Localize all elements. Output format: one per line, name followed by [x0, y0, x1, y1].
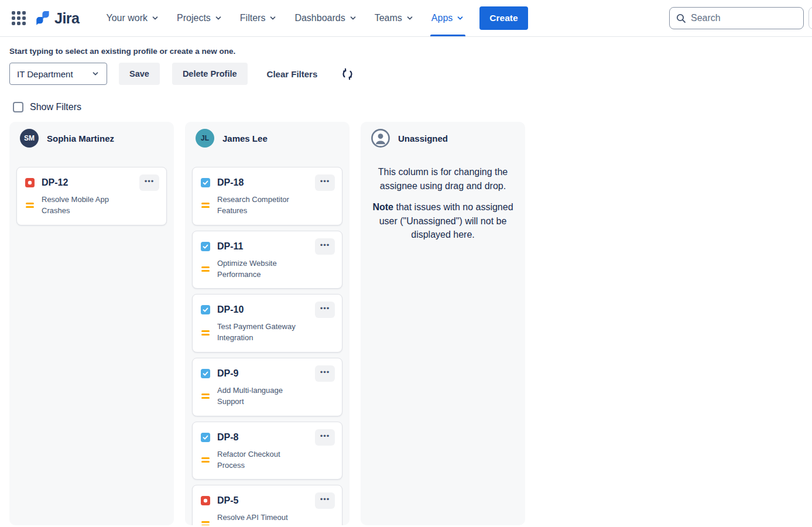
issue-key: DP-10	[217, 304, 308, 315]
task-icon	[201, 178, 210, 187]
issue-key: DP-9	[217, 368, 308, 379]
issue-summary: Refactor Checkout Process	[217, 449, 308, 471]
priority-medium-icon	[201, 330, 210, 336]
issue-card-dp-5[interactable]: DP-5 ••• Resolve API Timeout Errors	[192, 485, 342, 525]
issue-summary: Resolve Mobile App Crashes	[42, 194, 132, 217]
bug-icon	[25, 178, 35, 187]
priority-medium-icon	[201, 203, 210, 208]
column-name: James Lee	[222, 134, 268, 143]
search-box[interactable]	[669, 7, 804, 29]
issue-card-dp-8[interactable]: DP-8 ••• Refactor Checkout Process	[192, 422, 342, 480]
profile-hint-text: Start typing to select an existing profi…	[9, 47, 803, 56]
cut-off-control	[808, 7, 812, 29]
chevron-down-icon	[349, 14, 357, 22]
nav-item-dashboards[interactable]: Dashboards	[287, 0, 364, 36]
jira-logo[interactable]: Jira	[35, 10, 79, 27]
priority-medium-icon	[201, 521, 210, 525]
bug-icon	[201, 496, 210, 505]
jira-logo-icon	[35, 11, 51, 26]
issue-summary: Resolve API Timeout Errors	[217, 512, 308, 525]
info-line-2: Note that issues with no assigned user (…	[372, 200, 513, 242]
column-name: Sophia Martinez	[47, 134, 114, 143]
show-filters-checkbox[interactable]	[13, 102, 23, 112]
task-icon	[201, 433, 210, 442]
column-header: Unassigned	[368, 129, 518, 148]
card-menu-button[interactable]: •••	[315, 174, 335, 191]
card-list: DP-18 ••• Research Competitor Features D…	[192, 167, 342, 525]
chevron-down-icon	[151, 14, 159, 22]
card-menu-button[interactable]: •••	[139, 174, 159, 191]
profile-toolbar: IT Department Save Delete Profile Clear …	[9, 63, 803, 85]
column-name: Unassigned	[398, 134, 448, 143]
issue-card-dp-18[interactable]: DP-18 ••• Research Competitor Features	[192, 167, 342, 225]
primary-nav: Your work Projects Filters Dashboards Te…	[99, 0, 471, 36]
issue-key: DP-18	[217, 177, 308, 188]
show-filters-label: Show Filters	[30, 102, 81, 112]
board-column-unassigned: Unassigned This column is for changing t…	[361, 122, 525, 525]
nav-item-filters[interactable]: Filters	[233, 0, 285, 36]
card-menu-button[interactable]: •••	[315, 365, 335, 382]
issue-summary: Research Competitor Features	[217, 194, 308, 217]
task-icon	[201, 369, 210, 378]
issue-key: DP-5	[217, 495, 308, 506]
chevron-down-icon	[269, 14, 277, 22]
issue-key: DP-12	[42, 177, 132, 188]
jira-logo-text: Jira	[54, 10, 79, 27]
priority-medium-icon	[201, 266, 210, 272]
main-content: Start typing to select an existing profi…	[0, 47, 812, 525]
assignee-board: SM Sophia Martinez DP-12 ••• Resolve Mob…	[9, 122, 803, 525]
top-nav: Jira Your work Projects Filters Dashboar…	[0, 0, 812, 37]
refresh-icon	[341, 74, 354, 83]
chevron-down-icon	[214, 14, 222, 22]
task-icon	[201, 305, 210, 314]
unassigned-info-text: This column is for changing the assignee…	[368, 165, 518, 242]
issue-card-dp-11[interactable]: DP-11 ••• Optimize Website Performance	[192, 231, 342, 289]
priority-medium-icon	[201, 393, 210, 399]
column-header: JL James Lee	[192, 129, 342, 148]
info-line-1: This column is for changing the assignee…	[372, 165, 513, 193]
priority-medium-icon	[201, 457, 210, 463]
show-filters-row: Show Filters	[9, 102, 803, 112]
profile-select[interactable]: IT Department	[9, 63, 107, 85]
avatar: JL	[196, 129, 214, 148]
avatar: SM	[20, 129, 39, 148]
nav-item-your-work[interactable]: Your work	[99, 0, 166, 36]
card-menu-button[interactable]: •••	[315, 492, 335, 509]
board-column-james-lee: JL James Lee DP-18 ••• Research Competit…	[185, 122, 350, 525]
issue-key: DP-11	[217, 241, 308, 252]
clear-filters-button[interactable]: Clear Filters	[267, 69, 318, 79]
save-button[interactable]: Save	[119, 63, 160, 85]
nav-item-teams[interactable]: Teams	[368, 0, 421, 36]
issue-summary: Add Multi-language Support	[217, 385, 308, 408]
issue-key: DP-8	[217, 432, 308, 443]
priority-medium-icon	[25, 203, 35, 208]
column-header: SM Sophia Martinez	[16, 129, 167, 148]
nav-item-apps[interactable]: Apps	[424, 0, 471, 36]
delete-profile-button[interactable]: Delete Profile	[172, 63, 248, 85]
card-list: DP-12 ••• Resolve Mobile App Crashes	[16, 167, 167, 225]
note-emphasis: Note	[372, 202, 393, 212]
create-button[interactable]: Create	[479, 6, 527, 30]
card-menu-button[interactable]: •••	[315, 238, 335, 255]
profile-select-value: IT Department	[17, 69, 73, 79]
card-menu-button[interactable]: •••	[315, 302, 335, 318]
issue-card-dp-10[interactable]: DP-10 ••• Test Payment Gateway Integrati…	[192, 294, 342, 353]
search-input[interactable]	[691, 13, 797, 23]
app-switcher-icon[interactable]	[12, 11, 26, 25]
chevron-down-icon	[91, 70, 100, 78]
issue-card-dp-12[interactable]: DP-12 ••• Resolve Mobile App Crashes	[16, 167, 167, 225]
unassigned-avatar-icon	[371, 129, 390, 148]
issue-summary: Test Payment Gateway Integration	[217, 321, 308, 344]
issue-card-dp-9[interactable]: DP-9 ••• Add Multi-language Support	[192, 358, 342, 416]
card-menu-button[interactable]: •••	[315, 429, 335, 446]
task-icon	[201, 242, 210, 251]
issue-summary: Optimize Website Performance	[217, 258, 308, 280]
chevron-down-icon	[406, 14, 414, 22]
chevron-down-icon	[456, 14, 464, 22]
search-icon	[676, 13, 686, 23]
refresh-button[interactable]	[341, 67, 354, 81]
board-column-sophia-martinez: SM Sophia Martinez DP-12 ••• Resolve Mob…	[9, 122, 174, 525]
nav-item-projects[interactable]: Projects	[170, 0, 229, 36]
